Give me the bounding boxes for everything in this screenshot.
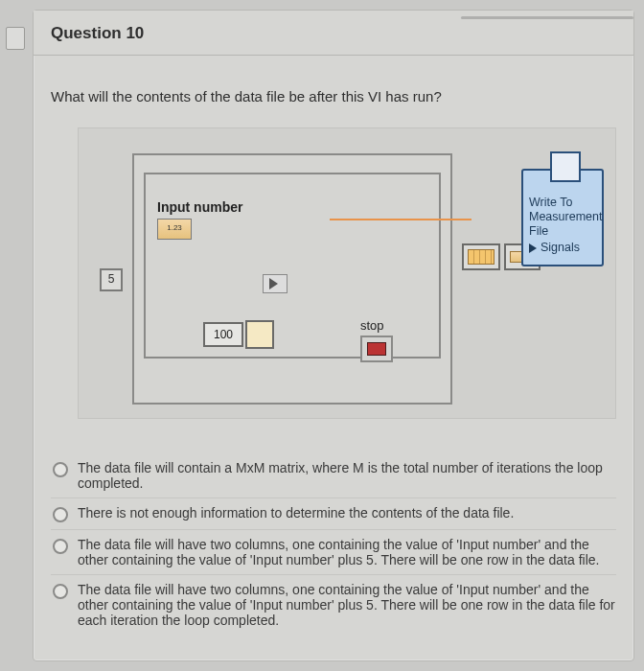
answer-option[interactable]: The data file will have two columns, one… [51, 529, 616, 574]
input-number-label: Input number [157, 199, 242, 215]
while-loop-structure: Input number 1.23 100 stop 5 [132, 153, 452, 405]
bookmark-icon[interactable] [6, 27, 25, 50]
answer-choices: The data file will contain a MxM matrix,… [51, 453, 616, 635]
page-root: Question 10 What will the contents of th… [0, 0, 644, 671]
answer-text: The data file will have two columns, one… [78, 537, 616, 567]
signals-terminal: Signals [529, 241, 596, 255]
wait-timer-icon [245, 320, 274, 349]
express-vi-title: Write To Measurement File [529, 196, 602, 238]
answer-text: The data file will contain a MxM matrix,… [78, 460, 616, 491]
radio-icon[interactable] [53, 507, 68, 522]
answer-option[interactable]: The data file will have two columns, one… [51, 574, 616, 635]
loop-count-terminal: 5 [100, 268, 123, 291]
answer-text: There is not enough information to deter… [78, 505, 514, 521]
question-prompt: What will the contents of the data file … [51, 88, 616, 104]
question-body: What will the contents of the data file … [34, 56, 633, 652]
write-measurement-file-vi: Write To Measurement File Signals [521, 169, 604, 266]
answer-text: The data file will have two columns, one… [78, 582, 616, 628]
radio-icon[interactable] [53, 539, 68, 554]
radio-icon[interactable] [53, 462, 68, 477]
inner-frame: Input number 1.23 100 stop [144, 173, 441, 359]
numeric-control-icon: 1.23 [157, 219, 192, 240]
express-vi-icon [550, 151, 581, 182]
question-card: Question 10 What will the contents of th… [33, 10, 634, 661]
stop-label: stop [360, 318, 384, 333]
radio-icon[interactable] [53, 584, 68, 599]
build-array-icon [462, 243, 500, 270]
stop-button-icon [360, 336, 393, 362]
add-node-icon [263, 274, 288, 293]
signals-arrow-icon [529, 243, 537, 253]
answer-option[interactable]: There is not enough information to deter… [51, 497, 616, 529]
wait-ms-value: 100 [203, 322, 243, 347]
top-divider [461, 16, 633, 19]
answer-option[interactable]: The data file will contain a MxM matrix,… [51, 453, 616, 497]
signals-label: Signals [540, 241, 580, 255]
labview-diagram: Input number 1.23 100 stop 5 [78, 127, 616, 419]
signal-wire [330, 219, 472, 220]
